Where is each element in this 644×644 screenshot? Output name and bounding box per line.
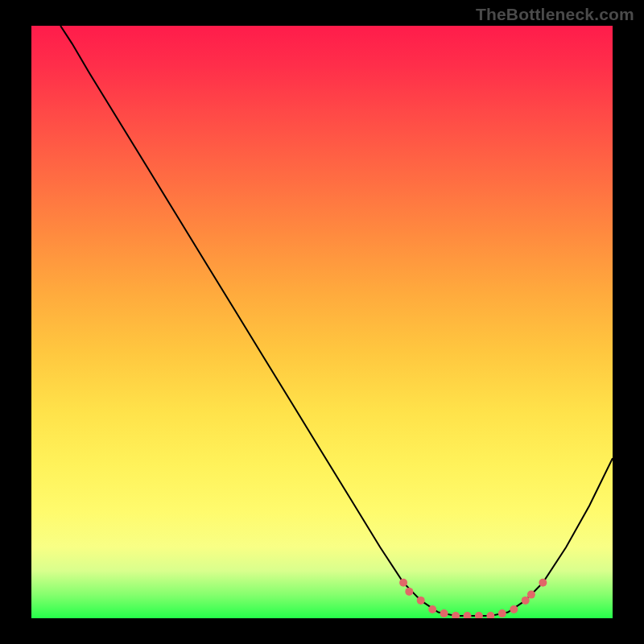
data-point xyxy=(440,609,448,617)
watermark-text: TheBottleneck.com xyxy=(476,5,634,24)
data-point xyxy=(510,605,518,613)
chart-plot-area xyxy=(31,26,613,618)
data-point xyxy=(522,597,530,605)
data-point xyxy=(486,612,494,618)
data-point xyxy=(428,605,436,613)
curve-data-points xyxy=(399,579,547,618)
chart-svg xyxy=(31,26,613,618)
data-point xyxy=(464,612,472,618)
data-point xyxy=(399,579,407,587)
data-point xyxy=(452,612,460,618)
data-point xyxy=(527,591,535,599)
data-point xyxy=(539,579,547,587)
data-point xyxy=(475,612,483,618)
bottleneck-curve xyxy=(60,26,613,616)
data-point xyxy=(417,597,425,605)
data-point xyxy=(498,609,506,617)
data-point xyxy=(405,588,413,596)
